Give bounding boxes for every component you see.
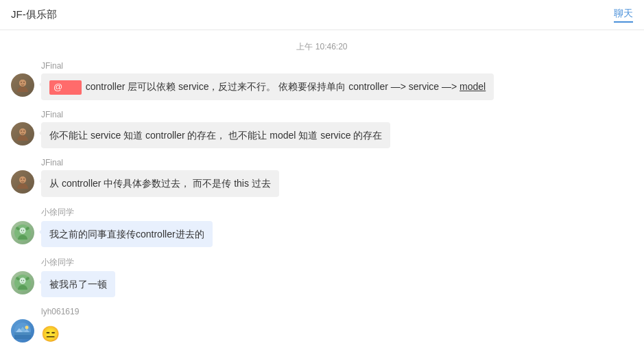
model-text: model bbox=[460, 81, 486, 92]
header: JF-俱乐部 聊天 bbox=[0, 0, 644, 30]
message-text: 被我吊了一顿 bbox=[49, 279, 107, 290]
svg-point-3 bbox=[23, 82, 25, 83]
sender-name: lyh061619 bbox=[41, 307, 633, 316]
message-bubble: 😑 bbox=[41, 319, 60, 348]
message-body: 😑 bbox=[11, 319, 633, 348]
message-body: 从 controller 中传具体参数过去， 而不是传 this 过去 bbox=[11, 170, 633, 196]
message-text: 我之前的同事直接传controller进去的 bbox=[49, 229, 204, 240]
avatar bbox=[11, 170, 34, 194]
svg-point-17 bbox=[20, 277, 26, 283]
svg-point-13 bbox=[23, 229, 24, 230]
message-body: @ controller 层可以依赖 service，反过来不行。 依赖要保持单… bbox=[11, 73, 633, 100]
svg-point-18 bbox=[21, 280, 22, 281]
message-row: lyh061619 😑 bbox=[11, 307, 633, 348]
avatar bbox=[11, 319, 34, 343]
emoji-text: 😑 bbox=[41, 325, 60, 343]
timestamp: 上午 10:46:20 bbox=[11, 41, 633, 53]
avatar bbox=[11, 221, 34, 244]
message-text: 你不能让 service 知道 controller 的存在， 也不能让 mod… bbox=[49, 130, 382, 141]
message-bubble: 被我吊了一顿 bbox=[41, 271, 115, 297]
message-row: JFinal 你不能让 service 知道 controller 的存在， 也… bbox=[11, 110, 633, 148]
message-row: 小徐同学 我之前的同事直接传controller进去的 bbox=[11, 207, 633, 247]
svg-point-9 bbox=[23, 178, 25, 180]
svg-point-11 bbox=[20, 227, 26, 233]
group-title: JF-俱乐部 bbox=[11, 8, 57, 21]
avatar bbox=[11, 271, 34, 294]
sender-name: 小徐同学 bbox=[41, 207, 633, 218]
svg-rect-27 bbox=[14, 335, 31, 339]
chat-button[interactable]: 聊天 bbox=[614, 8, 633, 23]
message-bubble: 从 controller 中传具体参数过去， 而不是传 this 过去 bbox=[41, 170, 279, 196]
message-body: 被我吊了一顿 bbox=[11, 271, 633, 297]
message-text: controller 层可以依赖 service，反过来不行。 依赖要保持单向 … bbox=[86, 81, 460, 92]
message-bubble: @ controller 层可以依赖 service，反过来不行。 依赖要保持单… bbox=[41, 73, 494, 100]
svg-point-5 bbox=[21, 130, 22, 132]
svg-point-28 bbox=[25, 326, 29, 329]
message-body: 你不能让 service 知道 controller 的存在， 也不能让 mod… bbox=[11, 122, 633, 148]
message-bubble: 我之前的同事直接传controller进去的 bbox=[41, 221, 213, 247]
svg-point-19 bbox=[23, 280, 24, 281]
avatar bbox=[11, 122, 34, 146]
avatar bbox=[11, 73, 34, 97]
message-text: 从 controller 中传具体参数过去， 而不是传 this 过去 bbox=[49, 178, 271, 189]
chat-area: 上午 10:46:20 JFinal @ controller 层可以依赖 se… bbox=[0, 30, 644, 348]
sender-name: JFinal bbox=[41, 61, 633, 71]
svg-point-12 bbox=[21, 229, 22, 230]
message-row: JFinal @ controller 层可以依赖 service，反过来不行。… bbox=[11, 61, 633, 100]
message-bubble: 你不能让 service 知道 controller 的存在， 也不能让 mod… bbox=[41, 122, 390, 148]
sender-name: JFinal bbox=[41, 110, 633, 119]
mention-tag: @ bbox=[49, 80, 82, 95]
svg-point-6 bbox=[23, 130, 25, 132]
svg-point-2 bbox=[21, 82, 22, 83]
message-row: JFinal 从 controller 中传具体参数过去， 而不是传 this … bbox=[11, 158, 633, 196]
sender-name: 小徐同学 bbox=[41, 257, 633, 268]
svg-point-8 bbox=[21, 178, 22, 180]
message-row: 小徐同学 被我吊了一顿 bbox=[11, 257, 633, 297]
sender-name: JFinal bbox=[41, 158, 633, 167]
message-body: 我之前的同事直接传controller进去的 bbox=[11, 221, 633, 247]
